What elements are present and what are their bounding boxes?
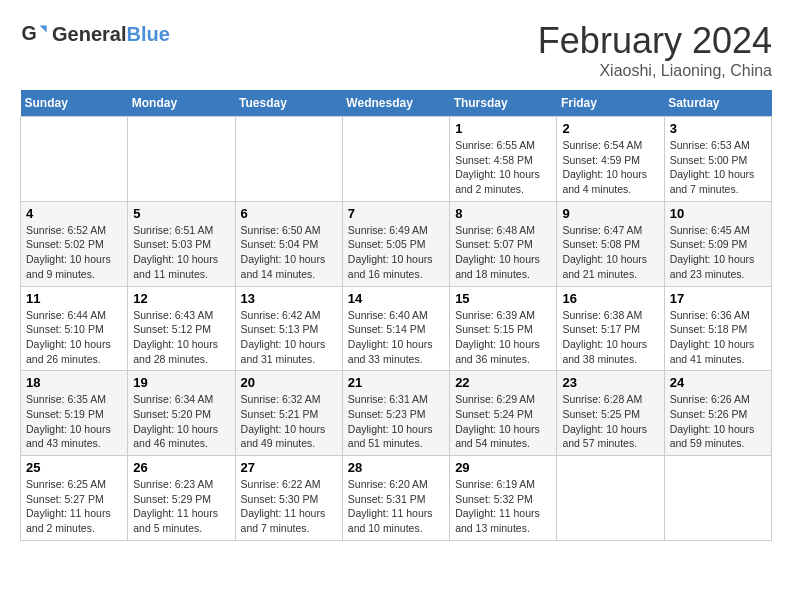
title-area: February 2024 Xiaoshi, Liaoning, China <box>538 20 772 80</box>
day-info: Sunrise: 6:28 AM Sunset: 5:25 PM Dayligh… <box>562 392 658 451</box>
calendar-cell: 20Sunrise: 6:32 AM Sunset: 5:21 PM Dayli… <box>235 371 342 456</box>
day-info: Sunrise: 6:42 AM Sunset: 5:13 PM Dayligh… <box>241 308 337 367</box>
logo-text: GeneralBlue <box>52 23 170 46</box>
calendar-cell: 12Sunrise: 6:43 AM Sunset: 5:12 PM Dayli… <box>128 286 235 371</box>
day-number: 18 <box>26 375 122 390</box>
calendar-cell: 25Sunrise: 6:25 AM Sunset: 5:27 PM Dayli… <box>21 456 128 541</box>
header: G GeneralBlue February 2024 Xiaoshi, Lia… <box>20 20 772 80</box>
day-number: 23 <box>562 375 658 390</box>
day-info: Sunrise: 6:44 AM Sunset: 5:10 PM Dayligh… <box>26 308 122 367</box>
calendar-cell: 4Sunrise: 6:52 AM Sunset: 5:02 PM Daylig… <box>21 201 128 286</box>
day-info: Sunrise: 6:50 AM Sunset: 5:04 PM Dayligh… <box>241 223 337 282</box>
svg-text:G: G <box>21 22 36 44</box>
day-info: Sunrise: 6:26 AM Sunset: 5:26 PM Dayligh… <box>670 392 766 451</box>
logo-icon: G <box>20 20 48 48</box>
day-number: 3 <box>670 121 766 136</box>
weekday-header-tuesday: Tuesday <box>235 90 342 117</box>
day-number: 24 <box>670 375 766 390</box>
day-number: 8 <box>455 206 551 221</box>
day-number: 11 <box>26 291 122 306</box>
calendar-cell <box>557 456 664 541</box>
calendar-cell <box>21 117 128 202</box>
calendar-cell <box>235 117 342 202</box>
calendar-week-row: 25Sunrise: 6:25 AM Sunset: 5:27 PM Dayli… <box>21 456 772 541</box>
day-number: 12 <box>133 291 229 306</box>
weekday-header-monday: Monday <box>128 90 235 117</box>
calendar-cell: 17Sunrise: 6:36 AM Sunset: 5:18 PM Dayli… <box>664 286 771 371</box>
page-title: February 2024 <box>538 20 772 62</box>
calendar-week-row: 1Sunrise: 6:55 AM Sunset: 4:58 PM Daylig… <box>21 117 772 202</box>
day-number: 1 <box>455 121 551 136</box>
day-number: 14 <box>348 291 444 306</box>
day-number: 20 <box>241 375 337 390</box>
day-number: 6 <box>241 206 337 221</box>
day-info: Sunrise: 6:40 AM Sunset: 5:14 PM Dayligh… <box>348 308 444 367</box>
calendar-cell: 13Sunrise: 6:42 AM Sunset: 5:13 PM Dayli… <box>235 286 342 371</box>
calendar-cell: 23Sunrise: 6:28 AM Sunset: 5:25 PM Dayli… <box>557 371 664 456</box>
page-subtitle: Xiaoshi, Liaoning, China <box>538 62 772 80</box>
calendar-cell: 10Sunrise: 6:45 AM Sunset: 5:09 PM Dayli… <box>664 201 771 286</box>
day-number: 2 <box>562 121 658 136</box>
day-info: Sunrise: 6:49 AM Sunset: 5:05 PM Dayligh… <box>348 223 444 282</box>
calendar-cell: 19Sunrise: 6:34 AM Sunset: 5:20 PM Dayli… <box>128 371 235 456</box>
day-number: 4 <box>26 206 122 221</box>
day-number: 9 <box>562 206 658 221</box>
day-info: Sunrise: 6:25 AM Sunset: 5:27 PM Dayligh… <box>26 477 122 536</box>
day-info: Sunrise: 6:48 AM Sunset: 5:07 PM Dayligh… <box>455 223 551 282</box>
calendar-cell: 18Sunrise: 6:35 AM Sunset: 5:19 PM Dayli… <box>21 371 128 456</box>
day-info: Sunrise: 6:31 AM Sunset: 5:23 PM Dayligh… <box>348 392 444 451</box>
calendar-week-row: 4Sunrise: 6:52 AM Sunset: 5:02 PM Daylig… <box>21 201 772 286</box>
day-number: 7 <box>348 206 444 221</box>
calendar-week-row: 11Sunrise: 6:44 AM Sunset: 5:10 PM Dayli… <box>21 286 772 371</box>
day-number: 13 <box>241 291 337 306</box>
calendar-cell: 6Sunrise: 6:50 AM Sunset: 5:04 PM Daylig… <box>235 201 342 286</box>
calendar-table: SundayMondayTuesdayWednesdayThursdayFrid… <box>20 90 772 541</box>
day-info: Sunrise: 6:47 AM Sunset: 5:08 PM Dayligh… <box>562 223 658 282</box>
calendar-cell: 5Sunrise: 6:51 AM Sunset: 5:03 PM Daylig… <box>128 201 235 286</box>
logo-blue: Blue <box>126 23 169 45</box>
calendar-cell: 15Sunrise: 6:39 AM Sunset: 5:15 PM Dayli… <box>450 286 557 371</box>
day-info: Sunrise: 6:36 AM Sunset: 5:18 PM Dayligh… <box>670 308 766 367</box>
calendar-cell: 8Sunrise: 6:48 AM Sunset: 5:07 PM Daylig… <box>450 201 557 286</box>
calendar-cell: 22Sunrise: 6:29 AM Sunset: 5:24 PM Dayli… <box>450 371 557 456</box>
calendar-cell <box>664 456 771 541</box>
svg-marker-1 <box>40 26 47 33</box>
day-info: Sunrise: 6:19 AM Sunset: 5:32 PM Dayligh… <box>455 477 551 536</box>
logo: G GeneralBlue <box>20 20 170 48</box>
calendar-cell <box>342 117 449 202</box>
weekday-header-thursday: Thursday <box>450 90 557 117</box>
calendar-cell: 24Sunrise: 6:26 AM Sunset: 5:26 PM Dayli… <box>664 371 771 456</box>
logo-general: General <box>52 23 126 45</box>
day-info: Sunrise: 6:22 AM Sunset: 5:30 PM Dayligh… <box>241 477 337 536</box>
day-number: 28 <box>348 460 444 475</box>
day-info: Sunrise: 6:20 AM Sunset: 5:31 PM Dayligh… <box>348 477 444 536</box>
day-info: Sunrise: 6:54 AM Sunset: 4:59 PM Dayligh… <box>562 138 658 197</box>
day-info: Sunrise: 6:34 AM Sunset: 5:20 PM Dayligh… <box>133 392 229 451</box>
calendar-cell: 16Sunrise: 6:38 AM Sunset: 5:17 PM Dayli… <box>557 286 664 371</box>
day-number: 29 <box>455 460 551 475</box>
day-info: Sunrise: 6:43 AM Sunset: 5:12 PM Dayligh… <box>133 308 229 367</box>
calendar-cell: 3Sunrise: 6:53 AM Sunset: 5:00 PM Daylig… <box>664 117 771 202</box>
weekday-header-saturday: Saturday <box>664 90 771 117</box>
day-info: Sunrise: 6:38 AM Sunset: 5:17 PM Dayligh… <box>562 308 658 367</box>
day-number: 10 <box>670 206 766 221</box>
day-number: 26 <box>133 460 229 475</box>
calendar-cell: 2Sunrise: 6:54 AM Sunset: 4:59 PM Daylig… <box>557 117 664 202</box>
calendar-cell: 11Sunrise: 6:44 AM Sunset: 5:10 PM Dayli… <box>21 286 128 371</box>
weekday-header-friday: Friday <box>557 90 664 117</box>
calendar-week-row: 18Sunrise: 6:35 AM Sunset: 5:19 PM Dayli… <box>21 371 772 456</box>
calendar-cell: 9Sunrise: 6:47 AM Sunset: 5:08 PM Daylig… <box>557 201 664 286</box>
day-info: Sunrise: 6:32 AM Sunset: 5:21 PM Dayligh… <box>241 392 337 451</box>
day-info: Sunrise: 6:29 AM Sunset: 5:24 PM Dayligh… <box>455 392 551 451</box>
calendar-cell: 29Sunrise: 6:19 AM Sunset: 5:32 PM Dayli… <box>450 456 557 541</box>
day-info: Sunrise: 6:52 AM Sunset: 5:02 PM Dayligh… <box>26 223 122 282</box>
calendar-cell: 21Sunrise: 6:31 AM Sunset: 5:23 PM Dayli… <box>342 371 449 456</box>
weekday-header-row: SundayMondayTuesdayWednesdayThursdayFrid… <box>21 90 772 117</box>
day-number: 16 <box>562 291 658 306</box>
day-number: 5 <box>133 206 229 221</box>
day-number: 21 <box>348 375 444 390</box>
calendar-cell: 27Sunrise: 6:22 AM Sunset: 5:30 PM Dayli… <box>235 456 342 541</box>
weekday-header-wednesday: Wednesday <box>342 90 449 117</box>
weekday-header-sunday: Sunday <box>21 90 128 117</box>
day-info: Sunrise: 6:53 AM Sunset: 5:00 PM Dayligh… <box>670 138 766 197</box>
